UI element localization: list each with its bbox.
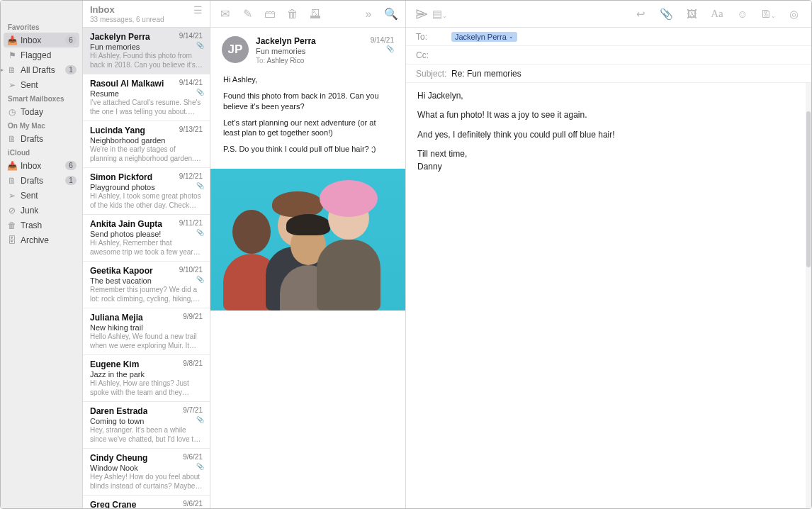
inbox-count: 33 messages, 6 unread xyxy=(90,16,164,23)
filter-icon[interactable]: ☰ xyxy=(193,4,203,16)
message-item[interactable]: Geetika Kapoor9/10/21The best vacationRe… xyxy=(83,262,210,308)
insert-icon[interactable]: 🖼 xyxy=(684,8,699,21)
emoji-icon[interactable]: ☺ xyxy=(735,8,750,21)
reader-subject: Fun memories xyxy=(256,47,363,55)
plane-icon: ➢ xyxy=(6,80,18,90)
folder-flagged[interactable]: ⚑Flagged xyxy=(1,47,82,62)
message-preview: Hey Ashley! How do you feel about blinds… xyxy=(90,473,203,491)
reader-date: 9/14/21 xyxy=(371,36,394,44)
message-list-header: Inbox 33 messages, 6 unread ☰ xyxy=(83,1,210,28)
doc-icon: 🗎 xyxy=(6,65,18,75)
mail-send-icon[interactable]: ✉ xyxy=(218,7,232,21)
message-item[interactable]: Rasoul Al Malkawi9/14/21ResumeI've attac… xyxy=(83,74,210,121)
archive-icon[interactable]: 🗃 xyxy=(263,8,277,21)
flag-icon: ⚑ xyxy=(6,50,18,60)
compose-body[interactable]: Hi Jackelyn, What a fun photo! It was a … xyxy=(406,83,806,508)
message-item[interactable]: Jackelyn Perra9/14/21Fun memoriesHi Ashl… xyxy=(83,28,210,74)
folder-archive[interactable]: 🗄Archive xyxy=(1,233,82,247)
message-subject: Jazz in the park xyxy=(90,370,203,379)
message-date: 9/6/21 xyxy=(183,453,203,463)
folder-label: Inbox xyxy=(18,161,65,171)
send-icon[interactable] xyxy=(416,9,432,20)
folder-today[interactable]: ◷Today xyxy=(1,104,82,119)
trash-icon[interactable]: 🗑 xyxy=(286,8,300,21)
attachment-icon: 📎 xyxy=(196,182,204,189)
search-icon[interactable]: 🔍 xyxy=(384,7,398,21)
attachment-icon: 📎 xyxy=(196,89,204,96)
to-field[interactable]: To: Jackelyn Perra⌄ xyxy=(406,28,811,46)
folder-all-drafts[interactable]: ▸🗎All Drafts1 xyxy=(1,62,82,77)
message-item[interactable]: Greg Crane9/6/21New ways to take your ph… xyxy=(83,496,210,508)
message-subject: Send photos please! xyxy=(90,230,203,238)
plane-icon: ➢ xyxy=(6,191,18,201)
attachment-photo[interactable] xyxy=(210,169,405,311)
message-item[interactable]: Cindy Cheung9/6/21Window NookHey Ashley!… xyxy=(83,449,210,496)
message-date: 9/14/21 xyxy=(179,32,203,42)
message-item[interactable]: Juliana Mejia9/9/21New hiking trailHello… xyxy=(83,308,210,355)
message-subject: New hiking trail xyxy=(90,323,203,332)
message-subject: Neighborhood garden xyxy=(90,136,203,145)
message-list-pane: Inbox 33 messages, 6 unread ☰ Jackelyn P… xyxy=(83,1,210,508)
recipient-token[interactable]: Jackelyn Perra⌄ xyxy=(451,32,517,42)
message-subject: Coming to town xyxy=(90,417,203,425)
sidebar-section-label: iCloud xyxy=(1,146,82,158)
compose-pane: ▤⌄ ↩ 📎 🖼 Aa ☺ 🖻⌄ ◎ To: Jackelyn Perra⌄ C… xyxy=(406,1,811,508)
folder-label: Junk xyxy=(18,206,77,216)
trash-icon: 🗑 xyxy=(6,220,18,230)
message-item[interactable]: Lucinda Yang9/13/21Neighborhood gardenWe… xyxy=(83,121,210,168)
photo-browser-icon[interactable]: 🖻⌄ xyxy=(760,8,776,21)
message-item[interactable]: Simon Pickford9/12/21Playground photosHi… xyxy=(83,168,210,215)
tray-icon: 📥 xyxy=(6,35,18,45)
junk-icon: ⊘ xyxy=(6,206,18,216)
message-item[interactable]: Daren Estrada9/7/21Coming to townHey, st… xyxy=(83,402,210,449)
message-preview: Hello Ashley, We found a new trail when … xyxy=(90,332,203,350)
message-list: Jackelyn Perra9/14/21Fun memoriesHi Ashl… xyxy=(83,28,210,508)
folder-sent[interactable]: ➢Sent xyxy=(1,77,82,92)
subject-value[interactable]: Re: Fun memories xyxy=(451,69,801,79)
subject-field[interactable]: Subject: Re: Fun memories xyxy=(406,65,811,83)
message-reader-pane: ✉ ✎ 🗃 🗑 🗳 » 🔍 JP Jackelyn Perra Fun memo… xyxy=(210,1,406,508)
attachment-icon: 📎 xyxy=(196,463,204,470)
header-options-icon[interactable]: ▤⌄ xyxy=(432,8,447,21)
attach-icon[interactable]: 📎 xyxy=(658,8,674,21)
chevron-right-icon[interactable]: ▸ xyxy=(1,67,4,73)
message-preview: Hi Ashley, I took some great photos of t… xyxy=(90,192,203,210)
compose-icon[interactable]: ✎ xyxy=(240,7,254,21)
message-from: Rasoul Al Malkawi xyxy=(90,79,164,89)
doc-icon: 🗎 xyxy=(6,134,18,144)
reader-header: JP Jackelyn Perra Fun memories To: Ashle… xyxy=(210,28,405,72)
message-date: 9/6/21 xyxy=(183,500,203,508)
reader-to: To: Ashley Rico xyxy=(256,57,363,65)
message-subject: Fun memories xyxy=(90,43,203,51)
message-preview: We're in the early stages of planning a … xyxy=(90,145,203,163)
reader-toolbar: ✉ ✎ 🗃 🗑 🗳 » 🔍 xyxy=(210,1,405,28)
folder-inbox[interactable]: 📥Inbox6 xyxy=(1,158,82,173)
message-subject: Playground photos xyxy=(90,183,203,191)
folder-inbox[interactable]: 📥Inbox6 xyxy=(4,33,79,47)
format-icon[interactable]: Aa xyxy=(709,8,725,21)
folder-drafts[interactable]: 🗎Drafts1 xyxy=(1,173,82,188)
junk-icon[interactable]: 🗳 xyxy=(308,8,322,21)
folder-drafts[interactable]: 🗎Drafts xyxy=(1,131,82,146)
message-date: 9/7/21 xyxy=(183,406,203,416)
inbox-title: Inbox xyxy=(90,4,164,15)
message-item[interactable]: Ankita Jain Gupta9/11/21Send photos plea… xyxy=(83,215,210,262)
reply-icon[interactable]: ↩ xyxy=(633,8,648,21)
folder-junk[interactable]: ⊘Junk xyxy=(1,203,82,218)
mailbox-sidebar: Favorites📥Inbox6⚑Flagged▸🗎All Drafts1➢Se… xyxy=(1,1,83,508)
folder-sent[interactable]: ➢Sent xyxy=(1,188,82,203)
message-preview: Remember this journey? We did a lot: roc… xyxy=(90,286,203,303)
message-date: 9/10/21 xyxy=(179,266,203,276)
folder-label: Sent xyxy=(18,191,77,201)
cc-field[interactable]: Cc: xyxy=(406,46,811,65)
message-preview: Hi Ashley, Remember that awesome trip we… xyxy=(90,239,203,257)
markup-icon[interactable]: ◎ xyxy=(786,8,801,21)
more-icon[interactable]: » xyxy=(361,8,376,21)
message-item[interactable]: Eugene Kim9/8/21Jazz in the parkHi Ashle… xyxy=(83,355,210,402)
scrollbar[interactable] xyxy=(806,83,811,508)
folder-trash[interactable]: 🗑Trash xyxy=(1,218,82,233)
message-from: Ankita Jain Gupta xyxy=(90,219,162,229)
message-from: Jackelyn Perra xyxy=(90,32,150,42)
count-badge: 1 xyxy=(65,176,77,185)
message-preview: Hey, stranger. It's been a while since w… xyxy=(90,426,203,444)
